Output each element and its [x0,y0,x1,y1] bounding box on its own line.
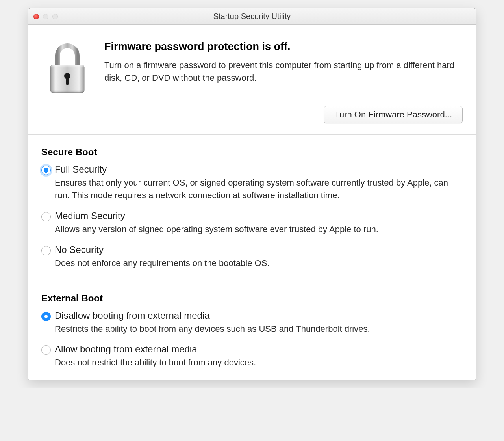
radio-label: Disallow booting from external media [55,310,463,321]
radio-option-disallow-external[interactable]: Disallow booting from external media Res… [41,310,463,335]
secure-boot-radio-group: Full Security Ensures that only your cur… [41,164,463,270]
radio-label: Full Security [55,164,463,175]
firmware-heading: Firmware password protection is off. [104,41,460,53]
radio-description: Does not enforce any requirements on the… [55,257,463,270]
firmware-button-row: Turn On Firmware Password... [28,96,476,134]
secure-boot-heading: Secure Boot [41,147,463,158]
radio-description: Allows any version of signed operating s… [55,223,463,236]
firmware-description: Turn on a firmware password to prevent t… [104,59,460,84]
traffic-lights [28,14,58,19]
secure-boot-section: Secure Boot Full Security Ensures that o… [28,135,476,281]
radio-input-medium-security[interactable] [41,212,51,221]
external-boot-heading: External Boot [41,293,463,304]
radio-option-medium-security[interactable]: Medium Security Allows any version of si… [41,210,463,236]
radio-label: No Security [55,244,463,255]
radio-input-full-security[interactable] [41,166,51,175]
radio-description: Restricts the ability to boot from any d… [55,323,463,335]
radio-description: Does not restrict the ability to boot fr… [55,356,463,369]
radio-input-allow-external[interactable] [41,345,51,355]
svg-rect-3 [66,77,69,85]
radio-label: Medium Security [55,210,463,221]
maximize-window-button[interactable] [52,14,58,19]
radio-input-disallow-external[interactable] [41,312,51,321]
firmware-text: Firmware password protection is off. Tur… [104,41,460,84]
radio-input-no-security[interactable] [41,246,51,255]
startup-security-window: Startup Security Utility [28,8,476,380]
external-boot-section: External Boot Disallow booting from exte… [28,281,476,380]
radio-option-full-security[interactable]: Full Security Ensures that only your cur… [41,164,463,202]
turn-on-firmware-password-button[interactable]: Turn On Firmware Password... [324,106,463,123]
window-title: Startup Security Utility [28,12,476,21]
radio-option-no-security[interactable]: No Security Does not enforce any require… [41,244,463,270]
title-bar: Startup Security Utility [28,8,476,25]
radio-label: Allow booting from external media [55,344,463,355]
firmware-password-section: Firmware password protection is off. Tur… [28,25,476,135]
minimize-window-button[interactable] [43,14,48,19]
radio-option-allow-external[interactable]: Allow booting from external media Does n… [41,344,463,369]
lock-icon [44,41,91,96]
close-window-button[interactable] [33,14,39,19]
radio-description: Ensures that only your current OS, or si… [55,177,463,202]
external-boot-radio-group: Disallow booting from external media Res… [41,310,463,369]
content-area: Firmware password protection is off. Tur… [28,25,476,380]
